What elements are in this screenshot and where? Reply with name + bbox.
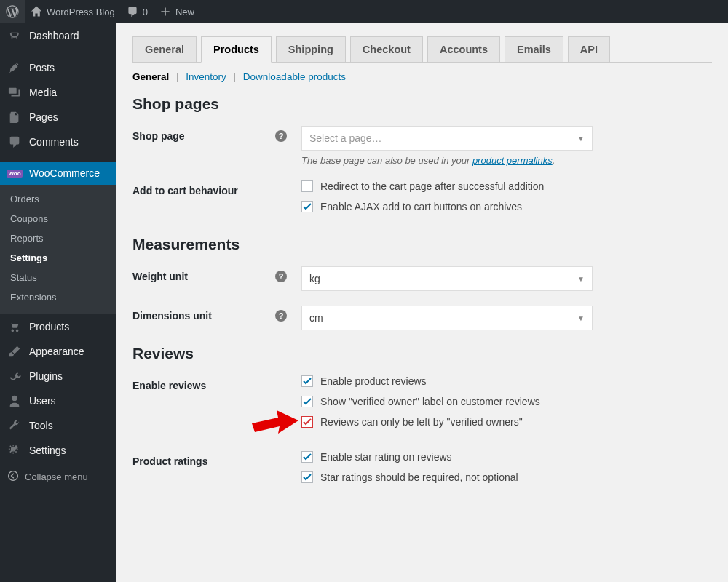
adminbar-site-title[interactable]: WordPress Blog xyxy=(25,0,121,23)
sidebar-item-label: Plugins xyxy=(29,370,63,382)
label-product-ratings: Product ratings xyxy=(132,455,207,467)
adminbar-site-title-text: WordPress Blog xyxy=(47,7,115,17)
sidebar-item-label: Products xyxy=(29,321,69,332)
label-weight-unit: Weight unit xyxy=(132,271,188,282)
sidebar-item-media[interactable]: Media xyxy=(0,80,116,105)
label-ajax-cart: Enable AJAX add to cart buttons on archi… xyxy=(320,201,522,212)
dimensions-unit-value: cm xyxy=(309,312,323,324)
weight-unit-value: kg xyxy=(309,273,320,284)
label-redirect-cart: Redirect to the cart page after successf… xyxy=(320,180,544,192)
section-heading-shop-pages: Shop pages xyxy=(132,95,712,113)
label-only-verified-owners: Reviews can only be left by "verified ow… xyxy=(320,416,523,428)
sidebar-submenu: OrdersCouponsReportsSettingsStatusExtens… xyxy=(0,185,116,314)
sidebar-item-users[interactable]: Users xyxy=(0,388,116,413)
help-icon[interactable]: ? xyxy=(275,310,287,322)
chevron-down-icon: ▼ xyxy=(577,275,585,283)
products-icon xyxy=(7,320,22,333)
dimensions-unit-select[interactable]: cm ▼ xyxy=(301,306,593,330)
shop-page-hint: The base page can also be used in your p… xyxy=(301,155,712,166)
checkbox-verified-owner-label[interactable] xyxy=(301,396,313,407)
chevron-down-icon: ▼ xyxy=(577,135,585,143)
comment-icon xyxy=(7,135,22,148)
sidebar-item-dashboard[interactable]: Dashboard xyxy=(0,23,116,48)
collapse-menu[interactable]: Collapse menu xyxy=(0,463,116,491)
adminbar-wp-logo[interactable] xyxy=(0,0,25,23)
subtab-general[interactable]: General xyxy=(132,71,169,82)
collapse-icon xyxy=(7,470,19,484)
tab-shipping[interactable]: Shipping xyxy=(276,36,346,62)
tab-emails[interactable]: Emails xyxy=(505,36,563,62)
svg-point-1 xyxy=(9,471,18,481)
annotation-arrow-icon xyxy=(252,410,298,442)
help-icon[interactable]: ? xyxy=(275,271,287,282)
sidebar-subitem-status[interactable]: Status xyxy=(0,268,116,287)
comment-icon xyxy=(127,6,138,17)
permalinks-link[interactable]: product permalinks xyxy=(472,155,553,166)
subtab-inventory[interactable]: Inventory xyxy=(186,71,226,82)
sidebar-item-label: Dashboard xyxy=(29,30,79,41)
media-icon xyxy=(7,86,22,99)
sidebar-item-products[interactable]: Products xyxy=(0,314,116,339)
admin-bar: WordPress Blog 0 New xyxy=(0,0,728,23)
svg-marker-2 xyxy=(252,410,298,434)
sidebar-item-comments[interactable]: Comments xyxy=(0,129,116,154)
pages-icon xyxy=(7,111,22,124)
weight-unit-select[interactable]: kg ▼ xyxy=(301,266,593,291)
sidebar-item-plugins[interactable]: Plugins xyxy=(0,364,116,388)
sidebar-item-pages[interactable]: Pages xyxy=(0,105,116,129)
tab-api[interactable]: API xyxy=(568,36,610,62)
sidebar-subitem-settings[interactable]: Settings xyxy=(0,248,116,268)
plug-icon xyxy=(7,370,22,383)
tab-checkout[interactable]: Checkout xyxy=(350,36,423,62)
sidebar-item-tools[interactable]: Tools xyxy=(0,413,116,438)
shop-page-select[interactable]: Select a page… ▼ xyxy=(301,126,593,151)
sidebar-item-label: Tools xyxy=(29,420,53,431)
sidebar-item-label: Posts xyxy=(29,62,55,73)
checkbox-star-rating-required[interactable] xyxy=(301,471,313,483)
tab-general[interactable]: General xyxy=(132,36,197,62)
admin-sidebar: DashboardPostsMediaPagesCommentsWooWooCo… xyxy=(0,23,116,582)
sidebar-item-woocommerce[interactable]: WooWooCommerce xyxy=(0,162,116,185)
brush-icon xyxy=(7,345,22,358)
label-dimensions-unit: Dimensions unit xyxy=(132,310,212,322)
plus-icon xyxy=(159,6,171,17)
sidebar-item-appearance[interactable]: Appearance xyxy=(0,339,116,364)
label-enable-star-rating: Enable star rating on reviews xyxy=(320,451,452,463)
sidebar-subitem-reports[interactable]: Reports xyxy=(0,228,116,248)
sidebar-item-label: Media xyxy=(29,87,57,98)
tab-products[interactable]: Products xyxy=(201,36,272,63)
checkbox-enable-reviews[interactable] xyxy=(301,375,313,387)
checkbox-redirect-cart[interactable] xyxy=(301,180,313,192)
sidebar-item-label: Users xyxy=(29,395,56,407)
label-verified-owner: Show "verified owner" label on customer … xyxy=(320,396,540,407)
sidebar-subitem-orders[interactable]: Orders xyxy=(0,189,116,209)
checkbox-only-verified-owners[interactable] xyxy=(301,416,313,428)
checkbox-enable-star-rating[interactable] xyxy=(301,451,313,463)
cogs-icon xyxy=(7,444,22,457)
section-heading-measurements: Measurements xyxy=(132,236,712,253)
help-icon[interactable]: ? xyxy=(275,130,287,142)
wrench-icon xyxy=(7,419,22,432)
sidebar-item-settings[interactable]: Settings xyxy=(0,438,116,463)
row-shop-page: Shop page ? Select a page… ▼ The base pa… xyxy=(132,126,712,166)
sidebar-item-label: Comments xyxy=(29,136,79,148)
subtab-downloadable-products[interactable]: Downloadable products xyxy=(243,71,346,82)
settings-subtabs: General | Inventory | Downloadable produ… xyxy=(132,71,712,82)
row-add-to-cart: Add to cart behaviour Redirect to the ca… xyxy=(132,180,712,221)
label-enable-reviews: Enable reviews xyxy=(132,380,206,391)
sidebar-subitem-coupons[interactable]: Coupons xyxy=(0,209,116,228)
sidebar-item-label: Settings xyxy=(29,445,66,456)
sidebar-item-posts[interactable]: Posts xyxy=(0,55,116,80)
tab-accounts[interactable]: Accounts xyxy=(427,36,500,62)
section-heading-reviews: Reviews xyxy=(132,345,712,362)
user-icon xyxy=(7,394,22,407)
home-icon xyxy=(31,6,42,17)
main-content: GeneralProductsShippingCheckoutAccountsE… xyxy=(116,23,728,582)
sidebar-subitem-extensions[interactable]: Extensions xyxy=(0,287,116,307)
sidebar-item-label: WooCommerce xyxy=(29,167,100,179)
adminbar-new[interactable]: New xyxy=(154,0,200,23)
row-enable-reviews: Enable reviews Enable product reviews Sh… xyxy=(132,375,712,436)
checkbox-ajax-cart[interactable] xyxy=(301,201,313,212)
adminbar-comments[interactable]: 0 xyxy=(121,0,154,23)
collapse-menu-label: Collapse menu xyxy=(25,471,88,482)
